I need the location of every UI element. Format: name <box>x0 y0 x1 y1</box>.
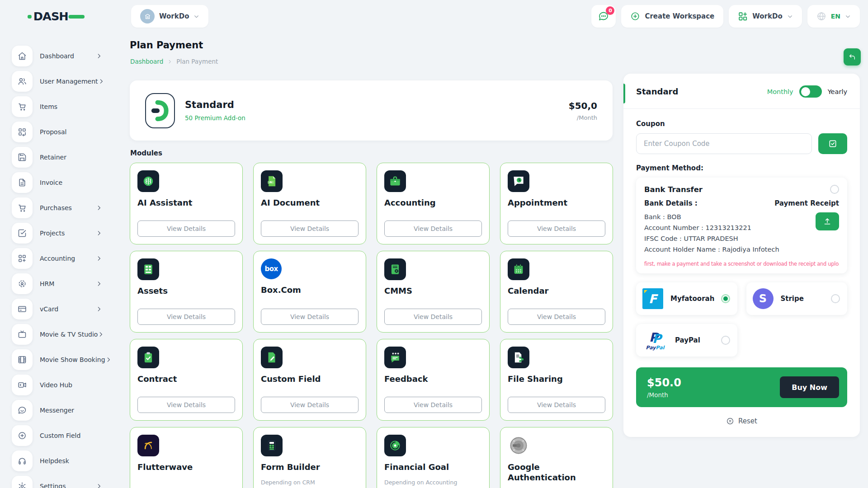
sidebar-item-label: User Management <box>40 78 98 85</box>
messages-button[interactable]: 0 <box>591 5 616 28</box>
module-card-ai-document: AiAI DocumentView Details <box>253 163 366 244</box>
view-details-button[interactable]: View Details <box>384 397 482 413</box>
view-details-button[interactable]: View Details <box>137 309 235 325</box>
sidebar-item-accounting[interactable]: Accounting <box>0 246 113 271</box>
sidebar-item-label: Video Hub <box>40 381 72 389</box>
briefcase-icon <box>384 170 406 192</box>
chevron-right-icon <box>96 255 102 262</box>
payment-method-myfatoorah[interactable]: FMyfatoorah <box>636 282 737 315</box>
message-icon <box>12 400 33 421</box>
upload-receipt-button[interactable] <box>816 212 839 230</box>
check-square-icon <box>828 139 837 148</box>
workspace-selector[interactable]: WorkDo <box>131 5 208 28</box>
back-button[interactable] <box>844 48 861 66</box>
reset-button[interactable]: Reset <box>636 417 847 425</box>
sidebar-item-retainer[interactable]: Retainer <box>0 145 113 170</box>
google-auth-icon <box>508 435 529 456</box>
module-card-flutterwave: FlutterwaveView Details <box>130 427 243 488</box>
billing-period-toggle[interactable] <box>799 85 822 98</box>
sidebar-item-movie-show-booking[interactable]: Movie Show Booking <box>0 347 113 372</box>
radio-paypal[interactable] <box>721 336 730 345</box>
cart-icon <box>12 96 33 117</box>
bank-transfer-radio[interactable] <box>830 185 839 194</box>
radio-stripe[interactable] <box>831 294 840 303</box>
view-details-button[interactable]: View Details <box>261 397 359 413</box>
cmms-icon <box>384 258 406 280</box>
payment-method-paypal[interactable]: PPPayPalPayPal <box>636 324 737 357</box>
sidebar-item-dashboard[interactable]: Dashboard <box>0 43 113 69</box>
bank-detail-line: IFSC Code : UTTAR PRADESH <box>644 233 779 244</box>
sidebar-item-label: Proposal <box>40 128 66 136</box>
breadcrumb-dashboard-link[interactable]: Dashboard <box>130 58 163 65</box>
view-details-button[interactable]: View Details <box>508 309 605 325</box>
module-title: Feedback <box>384 374 428 385</box>
view-details-button[interactable]: View Details <box>384 309 482 325</box>
module-card-appointment: AppointmentView Details <box>500 163 613 244</box>
calendar-icon <box>508 258 529 280</box>
sidebar-item-video-hub[interactable]: Video Hub <box>0 372 113 398</box>
module-card-assets: AssetsView Details <box>130 251 243 333</box>
module-title: Calendar <box>508 286 548 296</box>
plan-logo-icon <box>145 93 175 128</box>
feedback-icon <box>384 347 406 368</box>
create-workspace-button[interactable]: Create Workspace <box>621 5 723 28</box>
sidebar-item-label: Projects <box>40 230 65 237</box>
view-details-button[interactable]: View Details <box>508 221 605 237</box>
buy-now-button[interactable]: Buy Now <box>780 376 839 398</box>
chevron-right-icon <box>96 205 102 211</box>
view-details-button[interactable]: View Details <box>508 397 605 413</box>
sidebar-item-settings[interactable]: Settings <box>0 474 113 488</box>
plus-circle-icon <box>630 11 640 21</box>
sidebar-item-movie-tv-studio[interactable]: Movie & TV Studio <box>0 322 113 347</box>
sidebar-item-hrm[interactable]: HRM <box>0 271 113 296</box>
yearly-label[interactable]: Yearly <box>828 88 847 95</box>
sidebar-item-proposal[interactable]: Proposal <box>0 119 113 145</box>
bank-detail-line: Bank : BOB <box>644 211 779 222</box>
shuffle-grid-icon <box>12 122 33 142</box>
sidebar-item-projects[interactable]: Projects <box>0 221 113 246</box>
view-details-button[interactable]: View Details <box>137 221 235 237</box>
view-details-button[interactable]: View Details <box>261 309 359 325</box>
sidebar-item-user-management[interactable]: User Management <box>0 69 113 94</box>
current-plan-card: Standard 50 Premium Add-on $50,0 /Month <box>130 80 613 141</box>
sidebar-item-items[interactable]: Items <box>0 94 113 119</box>
module-title: Form Builder <box>261 462 320 473</box>
workdo-label: WorkDo <box>752 12 782 20</box>
payment-method-stripe[interactable]: SStripe <box>746 282 848 315</box>
sidebar-item-label: Purchases <box>40 204 72 211</box>
workspace-name: WorkDo <box>159 12 189 20</box>
panel-accent-bar <box>623 84 625 103</box>
module-title: Google Authentication <box>508 462 605 483</box>
chevron-down-icon <box>193 14 199 19</box>
sidebar-item-label: Dashboard <box>40 52 74 60</box>
sidebar-item-vcard[interactable]: vCard <box>0 296 113 322</box>
module-title: Accounting <box>384 198 436 208</box>
sidebar-nav: DashboardUser ManagementItemsProposalRet… <box>0 33 113 488</box>
view-details-button[interactable]: View Details <box>261 221 359 237</box>
sidebar-item-purchases[interactable]: Purchases <box>0 195 113 221</box>
payment-receipt-label: Payment Receipt <box>774 199 839 207</box>
radio-myfatoorah[interactable] <box>721 294 730 303</box>
view-details-button[interactable]: View Details <box>384 221 482 237</box>
paypal-logo-icon: PPPayPal <box>642 330 668 351</box>
coupon-input[interactable] <box>636 133 812 154</box>
sidebar-item-invoice[interactable]: Invoice <box>0 170 113 195</box>
headphones-icon <box>12 450 33 471</box>
appointment-icon <box>508 170 529 192</box>
monthly-label[interactable]: Monthly <box>767 88 793 95</box>
bank-detail-line: Account Holder Name : Rajodiya Infotech <box>644 244 779 255</box>
top-header: DASH WorkDo 0 Create Workspace WorkDo EN <box>0 0 868 33</box>
view-details-button[interactable]: View Details <box>137 397 235 413</box>
workdo-menu-button[interactable]: WorkDo <box>729 5 802 28</box>
module-note: Depending on CRM <box>261 479 315 486</box>
bank-details-lines: Bank : BOBAccount Number : 12313213221IF… <box>644 211 779 255</box>
apply-coupon-button[interactable] <box>818 133 847 154</box>
language-selector[interactable]: EN <box>807 5 860 28</box>
sidebar-item-custom-field[interactable]: Custom Field <box>0 423 113 448</box>
sidebar-item-helpdesk[interactable]: Helpdesk <box>0 448 113 474</box>
video-icon <box>12 375 33 395</box>
plan-addon-link[interactable]: 50 Premium Add-on <box>185 114 245 122</box>
sidebar-item-messenger[interactable]: Messenger <box>0 398 113 423</box>
chevron-right-icon <box>167 59 172 64</box>
module-card-cmms: CMMSView Details <box>377 251 490 333</box>
